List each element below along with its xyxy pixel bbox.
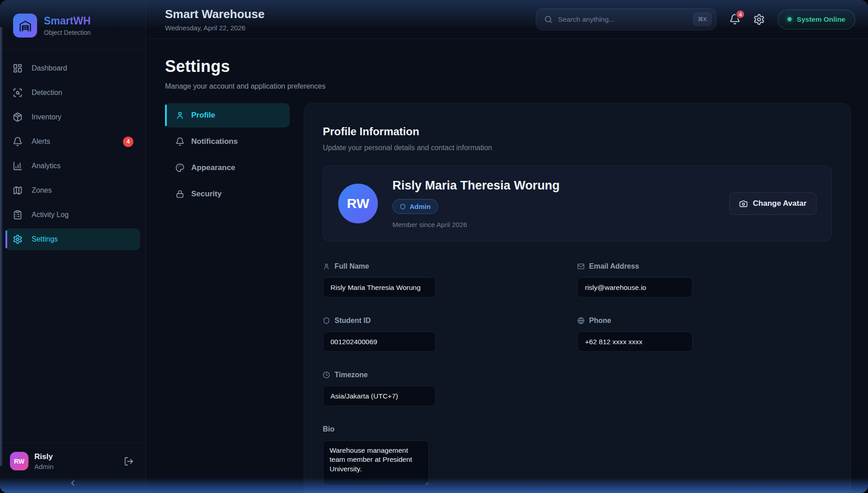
sidebar-item-settings[interactable]: Settings: [5, 228, 140, 250]
tab-security[interactable]: Security: [165, 182, 290, 206]
email-field: Email Address: [577, 262, 832, 298]
search-shortcut: ⌘K: [693, 13, 712, 26]
settings-tabs: ProfileNotificationsAppearanceSecurity: [165, 103, 290, 206]
bell-icon: [12, 136, 23, 147]
package-icon: [12, 112, 23, 123]
profile-card: Profile Information Update your personal…: [304, 103, 851, 493]
settings-page: Settings Manage your account and applica…: [146, 39, 868, 493]
online-dot-icon: [788, 17, 792, 21]
bar-chart-icon: [12, 161, 23, 171]
sidebar-item-label: Detection: [32, 89, 62, 97]
system-status-badge: System Online: [778, 9, 855, 29]
notifications-count-badge: 4: [736, 9, 745, 19]
profile-full-name: Risly Maria Theresia Worung: [392, 179, 560, 193]
tab-label: Appearance: [191, 163, 235, 172]
student-id-field: Student ID: [323, 317, 577, 352]
sidebar: SmartWH Object Detection DashboardDetect…: [0, 0, 146, 493]
profile-form: Full NameEmail AddressStudent IDPhoneTim…: [323, 262, 832, 425]
section-title: Profile Information: [323, 125, 832, 138]
phone-label: Phone: [577, 317, 832, 325]
shield-icon: [400, 204, 406, 210]
clock-icon: [323, 371, 330, 379]
system-status-label: System Online: [797, 15, 845, 24]
bio-label: Bio: [323, 425, 832, 433]
user-role: Admin: [34, 463, 54, 470]
sidebar-item-label: Settings: [32, 235, 58, 243]
sidebar-item-label: Analytics: [32, 162, 61, 170]
settings-button[interactable]: [753, 14, 765, 25]
mail-icon: [577, 263, 585, 270]
email-label: Email Address: [577, 262, 832, 270]
role-badge: Admin: [392, 199, 438, 214]
gear-icon: [753, 14, 765, 25]
full-name-label: Full Name: [323, 262, 577, 270]
tab-profile[interactable]: Profile: [165, 103, 290, 128]
sidebar-item-activity-log[interactable]: Activity Log: [5, 204, 140, 226]
sidebar-item-label: Activity Log: [32, 211, 69, 219]
map-icon: [12, 185, 23, 196]
sidebar-item-alerts[interactable]: Alerts4: [5, 131, 140, 152]
tab-appearance[interactable]: Appearance: [165, 156, 290, 180]
brand-name: SmartWH: [44, 15, 91, 27]
student-id-input[interactable]: [323, 332, 436, 352]
sidebar-item-inventory[interactable]: Inventory: [5, 106, 140, 128]
tab-label: Notifications: [191, 137, 238, 146]
chevron-left-icon: [68, 479, 77, 488]
timezone-label: Timezone: [323, 371, 577, 379]
change-avatar-label: Change Avatar: [753, 199, 807, 208]
tab-notifications[interactable]: Notifications: [165, 129, 290, 154]
email-input[interactable]: [577, 277, 693, 298]
app-window: SmartWH Object Detection DashboardDetect…: [0, 0, 868, 493]
search-input[interactable]: [558, 15, 688, 24]
member-since: Member since April 2026: [392, 221, 560, 228]
sidebar-nav: DashboardDetectionInventoryAlerts4Analyt…: [0, 50, 146, 442]
globe-icon: [577, 317, 585, 324]
sidebar-item-label: Alerts: [32, 137, 50, 146]
current-date: Wednesday, April 22, 2026: [165, 24, 264, 32]
sidebar-item-label: Inventory: [32, 113, 61, 121]
user-icon: [175, 111, 184, 120]
sidebar-item-analytics[interactable]: Analytics: [5, 155, 140, 177]
palette-icon: [175, 163, 184, 172]
timezone-input[interactable]: [323, 386, 436, 406]
bell-icon: [175, 137, 184, 146]
full-name-input[interactable]: [323, 277, 436, 298]
phone-input[interactable]: [577, 332, 693, 352]
page-title: Settings: [165, 57, 850, 76]
avatar: RW: [10, 452, 28, 470]
sidebar-item-detection[interactable]: Detection: [5, 82, 140, 104]
user-icon: [323, 263, 330, 270]
tab-label: Security: [191, 190, 222, 199]
page-subtitle: Manage your account and application pref…: [165, 82, 850, 90]
shield-icon: [323, 317, 330, 324]
sidebar-item-label: Zones: [32, 186, 52, 194]
sidebar-item-dashboard[interactable]: Dashboard: [5, 57, 140, 79]
sidebar-user-card: RW Risly Admin: [0, 442, 146, 473]
timezone-field: Timezone: [323, 371, 577, 406]
sidebar-collapse-button[interactable]: [0, 473, 146, 493]
sidebar-item-zones[interactable]: Zones: [5, 180, 140, 201]
topbar: Smart Warehouse Wednesday, April 22, 202…: [146, 0, 868, 39]
brand: SmartWH Object Detection: [0, 0, 146, 50]
bio-textarea[interactable]: Warehouse management team member at Pres…: [323, 441, 429, 486]
alerts-count-badge: 4: [123, 137, 133, 147]
main-area: Smart Warehouse Wednesday, April 22, 202…: [146, 0, 868, 493]
bio-field: Bio Warehouse management team member at …: [323, 425, 832, 486]
search-icon: [544, 15, 552, 24]
section-subtitle: Update your personal details and contact…: [323, 144, 832, 152]
profile-avatar: RW: [338, 184, 378, 223]
change-avatar-button[interactable]: Change Avatar: [729, 192, 816, 215]
tab-label: Profile: [191, 111, 215, 120]
role-badge-label: Admin: [410, 203, 431, 210]
profile-banner: RW Risly Maria Theresia Worung Admin Mem…: [323, 166, 832, 242]
app-title: Smart Warehouse: [165, 7, 264, 21]
student-id-label: Student ID: [323, 317, 577, 325]
user-name: Risly: [34, 452, 54, 461]
search-bar[interactable]: ⌘K: [536, 8, 717, 30]
full-name-field: Full Name: [323, 262, 577, 298]
scan-search-icon: [12, 87, 23, 98]
notifications-button[interactable]: 4: [729, 14, 741, 25]
gear-icon: [12, 234, 23, 245]
clipboard-list-icon: [12, 209, 23, 220]
logout-icon[interactable]: [124, 456, 134, 466]
